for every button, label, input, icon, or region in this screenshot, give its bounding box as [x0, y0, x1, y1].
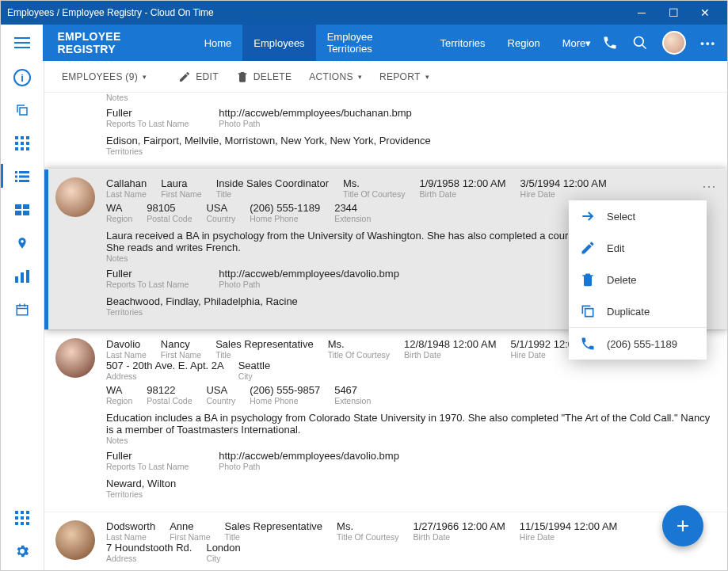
notes-label: Notes [106, 93, 716, 102]
arrow-icon [580, 208, 596, 224]
svg-rect-35 [15, 516, 18, 520]
employee-photo [55, 338, 95, 378]
svg-line-4 [642, 45, 646, 49]
svg-rect-20 [19, 180, 29, 182]
svg-rect-21 [15, 204, 21, 209]
svg-rect-8 [26, 136, 29, 139]
delete-button[interactable]: DELETE [230, 67, 298, 86]
context-menu: Select Edit Delete Duplicate (206) 555-1… [569, 200, 707, 360]
svg-rect-32 [15, 511, 18, 514]
record-overflow-icon[interactable]: ⋯ [702, 177, 716, 195]
copy-icon [580, 303, 596, 319]
svg-rect-40 [26, 522, 29, 525]
employee-record[interactable]: DodsworthLast Name AnneFirst Name Sales … [44, 512, 727, 570]
actions-dropdown[interactable]: ACTIONS [303, 68, 368, 86]
window-title: Employees / Employee Registry - Cloud On… [7, 7, 626, 18]
report-dropdown[interactable]: REPORT [373, 68, 436, 86]
ctx-select[interactable]: Select [569, 200, 707, 232]
window-titlebar: Employees / Employee Registry - Cloud On… [1, 1, 727, 25]
sidebar-grid-icon[interactable] [13, 134, 32, 153]
nav-territories[interactable]: Territories [429, 25, 496, 61]
trash-icon [580, 272, 596, 287]
list-filter-dropdown[interactable]: EMPLOYEES (9) [55, 68, 153, 86]
nav-region[interactable]: Region [497, 25, 551, 61]
maximize-button[interactable]: ☐ [657, 6, 689, 19]
pencil-icon [178, 70, 191, 83]
svg-rect-33 [21, 511, 24, 514]
minimize-button[interactable]: ─ [626, 6, 657, 19]
svg-rect-23 [15, 211, 21, 215]
svg-rect-39 [21, 522, 24, 525]
ctx-phone[interactable]: (206) 555-1189 [569, 328, 707, 360]
svg-rect-5 [20, 108, 27, 115]
svg-rect-26 [21, 272, 24, 283]
employee-photo [55, 177, 95, 217]
trash-icon [236, 70, 249, 83]
search-icon[interactable] [632, 35, 648, 51]
sidebar-apps-icon[interactable] [13, 508, 32, 527]
svg-rect-19 [15, 180, 17, 182]
menu-toggle[interactable] [1, 25, 43, 61]
svg-rect-7 [21, 136, 24, 139]
employee-record[interactable]: Notes FullerReports To Last Name http://… [44, 93, 727, 169]
svg-rect-17 [15, 176, 17, 178]
list-toolbar: EMPLOYEES (9) EDIT DELETE ACTIONS REPORT [44, 61, 727, 93]
svg-rect-25 [15, 276, 18, 283]
user-avatar[interactable] [662, 31, 686, 55]
svg-rect-28 [17, 306, 28, 315]
svg-rect-14 [26, 147, 29, 150]
top-nav: EMPLOYEE REGISTRY Home Employees Employe… [1, 25, 727, 61]
svg-rect-9 [15, 142, 18, 145]
phone-icon [580, 336, 596, 352]
sidebar-settings-icon[interactable] [13, 542, 32, 561]
territories-value: Edison, Fairport, Mellvile, Morristown, … [106, 135, 716, 147]
sidebar-calendar-icon[interactable] [13, 300, 32, 319]
reports-to-value: Fuller [106, 107, 189, 119]
ctx-delete[interactable]: Delete [569, 264, 707, 295]
close-button[interactable]: ✕ [689, 6, 721, 19]
edit-button[interactable]: EDIT [172, 67, 225, 86]
employee-photo [55, 520, 95, 560]
svg-point-3 [635, 37, 644, 47]
svg-rect-37 [26, 516, 29, 520]
add-button[interactable]: + [662, 505, 703, 546]
svg-rect-13 [21, 147, 24, 150]
app-brand: EMPLOYEE REGISTRY [57, 30, 178, 55]
photo-path-value: http://accweb/emmployees/buchanan.bmp [219, 107, 412, 119]
phone-icon[interactable] [602, 35, 618, 51]
sidebar-location-icon[interactable] [13, 234, 32, 253]
svg-rect-16 [19, 171, 29, 173]
svg-rect-15 [15, 171, 17, 173]
ctx-edit[interactable]: Edit [569, 232, 707, 264]
sidebar-chart-icon[interactable] [13, 267, 32, 286]
sidebar-cards-icon[interactable] [13, 200, 32, 219]
nav-more[interactable]: More ▾ [551, 25, 603, 61]
svg-rect-24 [23, 211, 29, 215]
nav-employees[interactable]: Employees [242, 25, 315, 61]
ctx-duplicate[interactable]: Duplicate [569, 295, 707, 327]
sidebar-info-icon[interactable]: i [13, 69, 31, 86]
svg-rect-10 [21, 142, 24, 145]
nav-home[interactable]: Home [193, 25, 243, 61]
sidebar-rail: i [1, 61, 44, 570]
overflow-menu[interactable]: ••• [700, 37, 716, 49]
svg-rect-38 [15, 522, 18, 525]
svg-rect-18 [19, 176, 29, 178]
nav-employee-territories[interactable]: Employee Territories [316, 25, 429, 61]
pencil-icon [580, 240, 596, 256]
svg-rect-34 [26, 511, 29, 514]
svg-rect-27 [26, 270, 29, 283]
svg-rect-36 [21, 516, 24, 520]
hamburger-icon [14, 36, 30, 49]
sidebar-list-icon[interactable] [13, 167, 32, 186]
main-content: EMPLOYEES (9) EDIT DELETE ACTIONS REPORT… [44, 61, 727, 570]
svg-rect-6 [15, 136, 18, 139]
svg-rect-22 [23, 204, 29, 209]
svg-rect-11 [26, 142, 29, 145]
sidebar-copy-icon[interactable] [13, 101, 32, 120]
svg-rect-12 [15, 147, 18, 150]
svg-rect-42 [585, 309, 593, 317]
